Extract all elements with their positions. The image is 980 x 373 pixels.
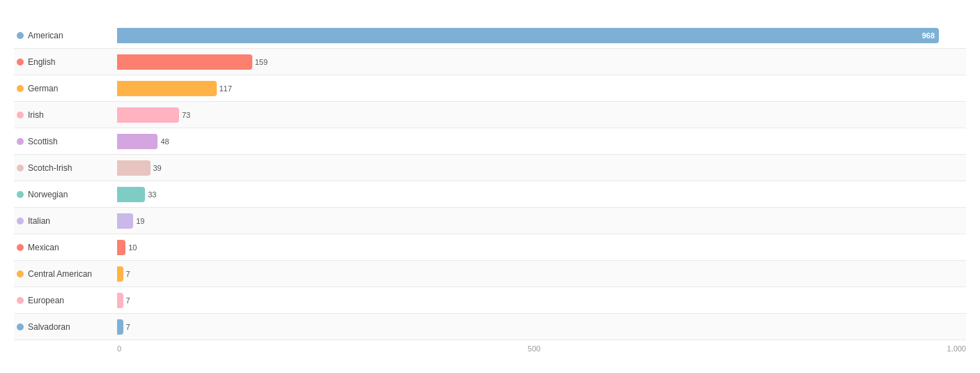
bar-row: European7 [14, 287, 966, 314]
bar-track: 7 [117, 319, 966, 335]
label-dot [17, 112, 24, 119]
bar-track: 7 [117, 293, 966, 308]
bar-value: 19 [136, 217, 144, 225]
bar-value: 73 [182, 111, 190, 119]
label-dot [17, 297, 24, 304]
label-dot [17, 218, 24, 224]
bar-row: Salvadoran7 [14, 314, 966, 340]
bar-row: American968 [14, 22, 966, 49]
bar-label-text: European [28, 296, 64, 305]
bar-value: 117 [220, 84, 232, 93]
bar-label-text: Mexican [28, 243, 59, 252]
bars-area: American968English159German117Irish73Sco… [14, 22, 966, 340]
label-dot [17, 271, 24, 277]
bar-label-text: German [28, 84, 58, 93]
bar-label: European [14, 296, 117, 305]
bar-label-text: Irish [28, 110, 44, 120]
bar-track: 117 [117, 81, 966, 96]
label-dot [17, 244, 24, 251]
bar-label-text: American [28, 31, 63, 40]
bar-fill [117, 266, 123, 282]
bar-track: 10 [117, 240, 966, 255]
bar-label-text: Norwegian [28, 190, 68, 199]
label-dot [17, 59, 24, 66]
bar-label: Irish [14, 110, 117, 120]
bar-value: 10 [128, 243, 137, 252]
bar-track: 968 [117, 28, 966, 43]
bar-value: 33 [148, 190, 156, 199]
x-axis-labels: 05001,000 [117, 344, 966, 353]
bar-fill [117, 213, 133, 229]
label-dot [17, 191, 24, 198]
chart-container: American968English159German117Irish73Sco… [0, 0, 980, 373]
bar-fill [117, 134, 158, 149]
bar-fill: 968 [117, 28, 939, 43]
label-dot [17, 138, 24, 145]
x-axis-label: 1,000 [947, 344, 966, 353]
bar-label-text: Italian [28, 216, 50, 226]
bar-track: 33 [117, 187, 966, 202]
bar-track: 159 [117, 54, 966, 70]
bar-row: Central American7 [14, 261, 966, 287]
bar-row: English159 [14, 49, 966, 75]
bar-fill [117, 107, 179, 123]
bar-label: Central American [14, 269, 117, 279]
bar-track: 7 [117, 266, 966, 282]
bar-row: Scottish48 [14, 128, 966, 155]
bar-label: Norwegian [14, 190, 117, 199]
bar-label-text: Scotch-Irish [28, 163, 72, 173]
bar-value: 39 [153, 164, 162, 172]
bar-row: German117 [14, 75, 966, 102]
bar-label-text: Salvadoran [28, 322, 70, 332]
bar-track: 73 [117, 107, 966, 123]
bar-label: Scottish [14, 137, 117, 146]
bar-fill [117, 81, 217, 96]
bar-row: Mexican10 [14, 234, 966, 261]
bar-label: American [14, 31, 117, 40]
bar-track: 19 [117, 213, 966, 229]
x-axis-label: 500 [528, 344, 540, 353]
bar-label: Mexican [14, 243, 117, 252]
label-dot [17, 323, 24, 330]
bar-label-text: Central American [28, 269, 92, 279]
bar-label: English [14, 57, 117, 67]
bar-row: Norwegian33 [14, 181, 966, 208]
bar-label-text: English [28, 57, 55, 67]
bar-value: 7 [126, 270, 130, 278]
bar-fill [117, 240, 125, 255]
bar-row: Irish73 [14, 102, 966, 128]
bar-fill [117, 187, 145, 202]
bar-label: German [14, 84, 117, 93]
bar-label: Salvadoran [14, 322, 117, 332]
bar-value: 7 [126, 296, 130, 305]
bar-value: 159 [255, 58, 268, 66]
bar-fill [117, 54, 252, 70]
label-dot [17, 85, 24, 92]
bar-label: Italian [14, 216, 117, 226]
x-axis: 05001,000 [117, 344, 966, 353]
bar-row: Italian19 [14, 208, 966, 234]
bar-value: 7 [126, 323, 130, 331]
bar-track: 48 [117, 134, 966, 149]
bar-label: Scotch-Irish [14, 163, 117, 173]
label-dot [17, 32, 24, 39]
bar-fill [117, 319, 123, 335]
label-dot [17, 165, 24, 172]
bar-track: 39 [117, 160, 966, 176]
bar-fill [117, 293, 123, 308]
bar-fill [117, 160, 151, 176]
x-axis-label: 0 [117, 344, 121, 353]
bar-row: Scotch-Irish39 [14, 155, 966, 181]
bar-label-text: Scottish [28, 137, 58, 146]
bar-value-inside: 968 [922, 31, 935, 40]
bar-value: 48 [160, 137, 169, 146]
